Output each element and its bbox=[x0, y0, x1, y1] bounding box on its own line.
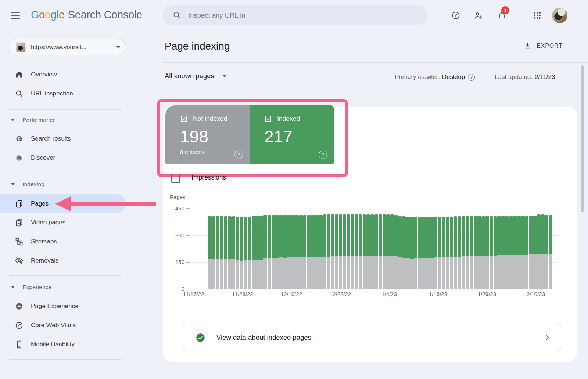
indexed-segment bbox=[331, 214, 334, 256]
indexed-segment bbox=[521, 216, 525, 255]
search-placeholder: Inspect any URL in bbox=[188, 11, 245, 19]
chart-bar bbox=[236, 217, 239, 289]
help-icon[interactable]: ? bbox=[234, 151, 243, 159]
checked-checkbox-icon bbox=[264, 115, 272, 123]
chart-bar bbox=[509, 216, 513, 289]
not-indexed-segment bbox=[549, 254, 553, 289]
chart-bar bbox=[386, 214, 390, 289]
chevron-right-icon bbox=[543, 333, 551, 342]
indexed-segment bbox=[406, 217, 410, 258]
indexed-segment bbox=[446, 217, 449, 257]
section-experience[interactable]: Experience bbox=[0, 281, 126, 294]
not-indexed-segment bbox=[287, 257, 291, 289]
sidebar-item-sitemaps[interactable]: Sitemaps bbox=[0, 232, 156, 251]
page-filter-dropdown[interactable]: All known pages bbox=[165, 72, 227, 80]
sidebar-item-search-results[interactable]: G Search results bbox=[0, 129, 156, 148]
help-icon: ? bbox=[451, 11, 460, 20]
chart-bar bbox=[517, 216, 521, 289]
property-selector[interactable]: https://www.yoursit... bbox=[9, 39, 126, 55]
scrollbar-thumb[interactable] bbox=[581, 65, 584, 212]
not-indexed-segment bbox=[216, 259, 220, 289]
indexed-segment bbox=[335, 214, 338, 256]
help-icon[interactable]: ? bbox=[319, 151, 327, 159]
indexed-segment bbox=[450, 217, 453, 257]
indexed-segment bbox=[263, 215, 267, 258]
url-inspection-searchbar[interactable]: Inspect any URL in bbox=[163, 5, 427, 25]
indexed-segment bbox=[232, 216, 236, 259]
not-indexed-segment bbox=[418, 258, 422, 289]
chart-bar bbox=[323, 214, 327, 289]
chart-bar bbox=[374, 214, 378, 289]
account-avatar[interactable] bbox=[552, 8, 567, 23]
sidebar-item-page-experience[interactable]: Page Experience bbox=[0, 297, 156, 316]
search-icon bbox=[173, 11, 181, 19]
indexed-segment bbox=[474, 216, 477, 256]
chart-bar bbox=[406, 217, 410, 289]
not-indexed-segment bbox=[517, 255, 521, 289]
chart-bar bbox=[513, 216, 517, 289]
not-indexed-segment bbox=[275, 258, 279, 289]
not-indexed-segment bbox=[319, 257, 323, 289]
chart-bar bbox=[291, 215, 295, 289]
indexed-segment bbox=[545, 215, 549, 254]
not-indexed-segment bbox=[307, 257, 311, 289]
sidebar-item-discover[interactable]: Discover bbox=[0, 148, 156, 167]
section-performance[interactable]: Performance bbox=[0, 113, 126, 127]
chart-bar bbox=[434, 217, 438, 289]
not-indexed-segment bbox=[224, 259, 227, 289]
sidebar-item-core-web-vitals[interactable]: Core Web Vitals bbox=[0, 316, 156, 335]
not-indexed-segment bbox=[295, 257, 299, 289]
google-apps-button[interactable] bbox=[533, 11, 542, 20]
indexed-segment bbox=[311, 215, 315, 257]
indexed-segment bbox=[220, 216, 223, 259]
chart-bar bbox=[438, 217, 442, 289]
indexed-segment bbox=[259, 216, 263, 260]
indexed-segment bbox=[549, 215, 553, 254]
smartphone-icon bbox=[15, 340, 24, 349]
sidebar-item-overview[interactable]: Overview bbox=[0, 65, 156, 84]
y-axis-tick bbox=[186, 208, 190, 209]
chart-bar bbox=[470, 216, 473, 289]
sidebar-item-removals[interactable]: Removals bbox=[0, 251, 156, 270]
menu-button[interactable] bbox=[11, 12, 20, 19]
indexed-segment bbox=[477, 216, 481, 256]
visibility-off-icon bbox=[15, 256, 24, 265]
not-indexed-segment bbox=[366, 256, 370, 289]
indexed-card[interactable]: Indexed 217 ? bbox=[250, 105, 334, 164]
not-indexed-card[interactable]: Not indexed 198 8 reasons ? bbox=[165, 105, 250, 164]
sidebar-item-video-pages[interactable]: Video pages bbox=[0, 213, 156, 232]
gsc-logo[interactable]: GoogleSearch Console bbox=[31, 9, 142, 21]
indexed-segment bbox=[430, 217, 434, 257]
indexed-segment bbox=[394, 215, 398, 256]
indexed-segment bbox=[490, 216, 493, 255]
chart-bar bbox=[545, 215, 549, 289]
indexed-segment bbox=[303, 215, 307, 257]
view-indexed-data-row[interactable]: View data about indexed pages bbox=[182, 323, 561, 352]
sidebar-item-url-inspection[interactable]: URL inspection bbox=[0, 84, 156, 103]
chart-bar bbox=[255, 216, 259, 289]
indexed-segment bbox=[462, 216, 465, 257]
chart-bar bbox=[363, 214, 366, 289]
google-g-icon: G bbox=[15, 134, 24, 143]
chart-bar bbox=[529, 216, 533, 289]
impressions-checkbox[interactable] bbox=[171, 174, 180, 183]
help-button[interactable]: ? bbox=[451, 11, 460, 20]
export-button[interactable]: EXPORT bbox=[521, 41, 565, 50]
x-axis-label: 1/16/23 bbox=[420, 291, 456, 297]
chart-bar bbox=[212, 216, 216, 289]
chart-bar bbox=[311, 215, 315, 289]
section-indexing[interactable]: Indexing bbox=[0, 178, 126, 191]
not-indexed-segment bbox=[422, 258, 426, 289]
sidebar-item-mobile-usability[interactable]: Mobile Usability bbox=[0, 335, 156, 354]
indexed-segment bbox=[402, 216, 406, 258]
not-indexed-segment bbox=[390, 256, 394, 289]
not-indexed-segment bbox=[252, 260, 255, 289]
indexed-segment bbox=[244, 217, 247, 260]
indexed-segment bbox=[494, 216, 497, 255]
user-settings-button[interactable] bbox=[474, 11, 483, 20]
not-indexed-segment bbox=[263, 258, 267, 289]
crawler-help-icon[interactable]: ? bbox=[468, 74, 475, 81]
annotation-arrow bbox=[70, 202, 156, 206]
y-axis-title: Pages bbox=[170, 194, 186, 200]
x-axis-label: 12/10/22 bbox=[274, 291, 309, 297]
